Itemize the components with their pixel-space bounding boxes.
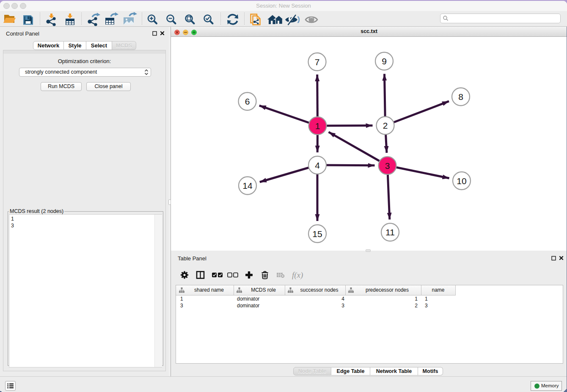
svg-text:7: 7 <box>315 57 320 67</box>
svg-text:f(x): f(x) <box>292 271 303 280</box>
svg-text:8: 8 <box>458 92 463 102</box>
svg-text:14: 14 <box>242 181 253 190</box>
svg-text:3: 3 <box>385 161 390 171</box>
svg-text:2: 2 <box>383 121 388 130</box>
svg-text:1: 1 <box>315 121 320 131</box>
svg-text:9: 9 <box>382 56 387 66</box>
svg-text:11: 11 <box>385 227 395 237</box>
svg-text:10: 10 <box>457 176 466 186</box>
svg-text:15: 15 <box>312 229 322 239</box>
svg-text:6: 6 <box>245 97 250 106</box>
svg-text:4: 4 <box>315 160 320 170</box>
